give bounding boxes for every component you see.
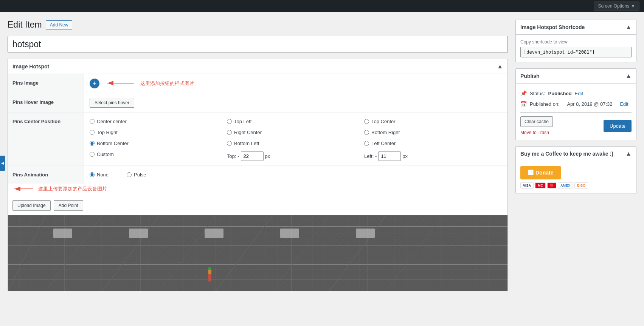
left-unit: px <box>402 153 408 159</box>
add-pins-image-button[interactable]: + <box>90 79 99 88</box>
radio-custom[interactable]: Custom <box>90 150 227 159</box>
shortcode-collapse-icon: ▲ <box>625 24 632 31</box>
divider <box>520 112 632 113</box>
pins-center-field: Center center Top Right Bottom Center Cu… <box>84 113 507 165</box>
top-pos-group: Top: - px <box>227 151 270 161</box>
coffee-collapse-icon: ▲ <box>625 150 632 157</box>
image-preview <box>8 215 507 291</box>
top-bar: Screen Options ▼ <box>0 0 644 12</box>
pin-icon: 📌 <box>520 90 527 96</box>
screen-options-button[interactable]: Screen Options ▼ <box>594 2 639 11</box>
svg-rect-27 <box>208 270 211 274</box>
sidebar: Image Hotspot Shortcode ▲ Copy shortcode… <box>515 20 636 297</box>
warehouse-svg <box>8 215 507 291</box>
radio-none[interactable]: None <box>90 170 109 179</box>
page-title-area: Edit Item Add New <box>8 20 508 30</box>
main-content: Edit Item Add New Image Hotspot ▲ Pins I… <box>8 20 508 297</box>
shortcode-copy-label: Copy shortcode to view <box>520 39 632 45</box>
status-value: Published <box>548 91 571 96</box>
status-edit-link[interactable]: Edit <box>575 91 583 96</box>
publish-title: Publish <box>520 73 540 79</box>
coffee-metabox: Buy me a Coffee to keep me awake :) ▲ 🅿 … <box>515 146 636 193</box>
radio-bottom-left[interactable]: Bottom Left <box>227 139 364 148</box>
metabox-body: Pins Image + <box>8 74 507 184</box>
metabox-header[interactable]: Image Hotspot ▲ <box>8 59 507 74</box>
published-label: Published on: <box>530 101 560 107</box>
calendar-icon: 📅 <box>520 101 527 107</box>
bottom-buttons: Upload Image Add Point <box>8 196 507 215</box>
coffee-body: 🅿 Donate VISA MC 🔴 AMEX DISC <box>516 161 636 193</box>
svg-rect-22 <box>129 229 148 238</box>
publish-header[interactable]: Publish ▲ <box>516 69 636 83</box>
upload-image-button[interactable]: Upload Image <box>12 200 51 211</box>
add-new-button[interactable]: Add New <box>46 20 73 29</box>
radio-pulse[interactable]: Pulse <box>127 170 146 179</box>
svg-rect-28 <box>208 267 211 270</box>
radio-left-center[interactable]: Left Center <box>364 139 501 148</box>
visa-icon: VISA <box>520 182 534 188</box>
title-input[interactable] <box>8 36 508 53</box>
publish-metabox: Publish ▲ 📌 Status: Published Edit 📅 Pub… <box>515 68 636 140</box>
top-label: Top: - <box>227 153 239 159</box>
payment-icons-row: VISA MC 🔴 AMEX DISC <box>520 182 632 188</box>
discover-icon: DISC <box>574 182 588 188</box>
pins-image-field: + <box>84 74 507 93</box>
pulse-label: Pulse <box>134 172 146 178</box>
none-label: None <box>97 172 109 178</box>
coffee-header[interactable]: Buy me a Coffee to keep me awake :) ▲ <box>516 147 636 161</box>
image-hotspot-metabox: Image Hotspot ▲ Pins Image + <box>8 59 508 291</box>
move-trash-link[interactable]: Move to Trash <box>520 130 553 135</box>
left-collapse-handle[interactable]: ◀ <box>0 156 5 171</box>
annotation-row-2: 这里上传要添加的产品设备图片 <box>8 184 507 196</box>
radio-bottom-right[interactable]: Bottom Right <box>364 128 501 137</box>
radio-bottom-center[interactable]: Bottom Center <box>90 139 227 148</box>
publish-actions: Clear cache Move to Trash Update <box>520 116 632 135</box>
screen-options-label: Screen Options <box>598 3 629 9</box>
radio-top-left[interactable]: Top Left <box>227 117 364 126</box>
radio-right-center[interactable]: Right Center <box>227 128 364 137</box>
page-wrapper: Edit Item Add New Image Hotspot ▲ Pins I… <box>0 12 644 305</box>
donate-label: Donate <box>535 170 553 176</box>
top-unit: px <box>265 153 270 159</box>
svg-rect-25 <box>356 229 375 238</box>
radio-top-right[interactable]: Top Right <box>90 128 227 137</box>
left-pos-group: Left: - px <box>364 151 408 161</box>
clear-cache-button[interactable]: Clear cache <box>520 116 553 127</box>
shortcode-body: Copy shortcode to view <box>516 35 636 62</box>
coffee-title: Buy me a Coffee to keep me awake :) <box>520 151 613 157</box>
svg-rect-21 <box>53 229 72 238</box>
annotation-text-1: 这里添加按钮的样式图片 <box>140 80 194 87</box>
add-point-button[interactable]: Add Point <box>54 200 83 211</box>
radio-col-3: Top Center Bottom Right Left Center <box>364 117 501 161</box>
collapse-arrow-icon: ▲ <box>497 63 503 70</box>
pins-animation-row: Pins Animation None Pulse <box>8 166 507 184</box>
pins-center-row: Pins Center Position Center center Top R… <box>8 113 507 166</box>
left-input[interactable] <box>378 151 401 161</box>
published-edit-link[interactable]: Edit <box>620 101 628 107</box>
publish-collapse-icon: ▲ <box>625 73 632 79</box>
chevron-down-icon: ▼ <box>631 3 635 9</box>
radio-top-center[interactable]: Top Center <box>364 117 501 126</box>
shortcode-header[interactable]: Image Hotspot Shortcode ▲ <box>516 20 636 35</box>
amex-icon: AMEX <box>558 182 573 188</box>
top-input[interactable] <box>241 151 264 161</box>
left-pos-row: Left: - px <box>364 151 501 161</box>
radio-col-1: Center center Top Right Bottom Center Cu… <box>90 117 227 161</box>
pins-hover-row: Pins Hover Image Select pins hover <box>8 93 507 113</box>
pins-hover-label: Pins Hover Image <box>8 93 84 112</box>
annotation-text-2: 这里上传要添加的产品设备图片 <box>38 185 107 192</box>
pins-animation-field: None Pulse <box>84 166 507 184</box>
metabox-title: Image Hotspot <box>12 63 49 70</box>
update-button[interactable]: Update <box>604 120 632 132</box>
select-pins-hover-button[interactable]: Select pins hover <box>90 98 134 108</box>
status-label: Status: <box>530 91 545 96</box>
radio-center-center[interactable]: Center center <box>90 117 227 126</box>
shortcode-metabox: Image Hotspot Shortcode ▲ Copy shortcode… <box>515 20 636 62</box>
shortcode-input[interactable] <box>520 47 632 57</box>
custom-pos-row: Top: - px <box>227 151 364 161</box>
radio-col-2: Top Left Right Center Bottom Left <box>227 117 364 161</box>
svg-rect-24 <box>280 229 299 238</box>
status-row: 📌 Status: Published Edit <box>520 88 632 99</box>
donate-button[interactable]: 🅿 Donate <box>520 166 561 179</box>
published-date-row: 📅 Published on: Apr 8, 2019 @ 07:32 Edit <box>520 99 632 109</box>
